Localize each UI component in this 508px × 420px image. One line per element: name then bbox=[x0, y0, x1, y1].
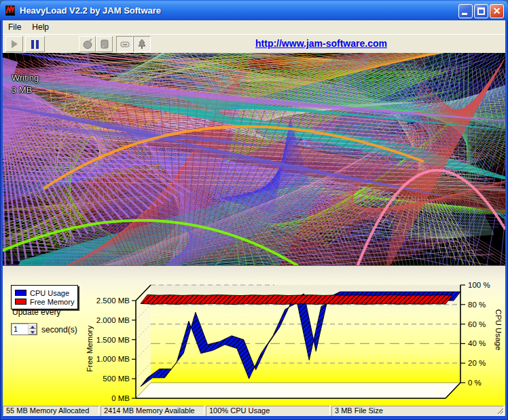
right-tick-label: 0 % bbox=[468, 379, 482, 387]
left-tick-label: 1.500 MB bbox=[96, 336, 130, 344]
left-tick-label: 500 MB bbox=[103, 375, 130, 383]
minimize-button[interactable] bbox=[458, 4, 473, 18]
maximize-icon bbox=[477, 7, 485, 15]
memory-allocation-icon bbox=[99, 39, 110, 50]
interval-unit-label: second(s) bbox=[41, 325, 77, 335]
status-memory-available: 2414 MB Memory Available bbox=[101, 406, 204, 416]
jam-software-link[interactable]: http://www.jam-software.com bbox=[255, 38, 387, 49]
pause-button[interactable] bbox=[25, 36, 45, 52]
cpu-usage-swatch bbox=[15, 290, 26, 296]
spin-down-icon[interactable] bbox=[29, 329, 37, 335]
update-interval-label: Update every bbox=[12, 307, 60, 317]
write-status-overlay: Writing 3 MB bbox=[12, 72, 39, 96]
chart-floor bbox=[136, 383, 460, 398]
write-file-button[interactable] bbox=[116, 36, 133, 52]
pause-icon bbox=[31, 40, 39, 49]
cpu-stress-icon bbox=[82, 39, 93, 50]
ribbon-hatch bbox=[141, 294, 452, 304]
right-tick-label: 60 % bbox=[468, 320, 486, 328]
chart-legend: CPU Usage Free Memory bbox=[11, 285, 78, 309]
minimize-icon bbox=[462, 13, 467, 15]
status-cpu-usage: 100% CPU Usage bbox=[206, 406, 330, 416]
right-tick-label: 100 % bbox=[468, 281, 490, 289]
memory-allocation-button[interactable] bbox=[96, 36, 113, 52]
left-axis-title: Free Memory bbox=[86, 326, 94, 373]
right-tick-label: 40 % bbox=[468, 339, 486, 347]
menu-file[interactable]: File bbox=[3, 21, 26, 33]
toolbar: http://www.jam-software.com bbox=[3, 34, 505, 53]
left-tick-label: 1.000 MB bbox=[96, 355, 130, 363]
status-file-size: 3 MB File Size bbox=[331, 406, 504, 416]
right-tick-label: 20 % bbox=[468, 359, 486, 367]
spin-up-icon[interactable] bbox=[29, 324, 37, 329]
treesize-animation-icon bbox=[137, 39, 147, 50]
left-tick-label: 0 MB bbox=[111, 394, 130, 402]
cpu-stress-button[interactable] bbox=[79, 36, 96, 52]
write-status-line2: 3 MB bbox=[12, 84, 39, 96]
start-button[interactable] bbox=[5, 36, 23, 52]
title-bar[interactable]: HeavyLoad V2.2 by JAM Software ✕ bbox=[0, 0, 508, 20]
right-tick-label: 80 % bbox=[468, 301, 486, 309]
left-tick-label: 2.000 MB bbox=[96, 316, 130, 324]
menu-help[interactable]: Help bbox=[26, 21, 54, 33]
menu-bar: File Help bbox=[3, 20, 505, 34]
status-memory-allocated: 55 MB Memory Allocated bbox=[3, 406, 99, 416]
write-status-line1: Writing bbox=[12, 72, 39, 84]
legend-label-cpu: CPU Usage bbox=[30, 289, 69, 297]
interval-value[interactable]: 1 bbox=[12, 324, 29, 335]
status-bar: 55 MB Memory Allocated 2414 MB Memory Av… bbox=[3, 406, 505, 416]
monitor-panel: 2.500 MB 2.000 MB 1.500 MB 1.000 MB 500 … bbox=[3, 267, 505, 406]
interval-spinbox[interactable]: 1 bbox=[11, 323, 37, 335]
stress-art-canvas bbox=[3, 53, 505, 265]
app-logo-icon bbox=[5, 5, 16, 16]
maximize-button[interactable] bbox=[474, 4, 488, 18]
legend-label-memory: Free Memory bbox=[30, 298, 74, 306]
write-file-icon bbox=[120, 39, 130, 50]
app-window: HeavyLoad V2.2 by JAM Software ✕ File He… bbox=[0, 0, 508, 420]
close-button[interactable]: ✕ bbox=[490, 4, 504, 18]
free-memory-swatch bbox=[15, 299, 26, 305]
right-axis-title: CPU Usage bbox=[494, 309, 503, 351]
left-tick-label: 2.500 MB bbox=[96, 297, 130, 305]
legend-item-memory: Free Memory bbox=[15, 297, 74, 306]
legend-item-cpu: CPU Usage bbox=[15, 288, 74, 297]
usage-chart: 2.500 MB 2.000 MB 1.500 MB 1.000 MB 500 … bbox=[3, 267, 505, 406]
treesize-animation-button[interactable] bbox=[133, 36, 151, 52]
play-icon bbox=[12, 40, 18, 48]
resize-grip-icon[interactable] bbox=[496, 407, 505, 415]
close-icon: ✕ bbox=[490, 5, 503, 18]
stress-visualization-area: Writing 3 MB bbox=[3, 53, 505, 265]
left-axis-labels: 2.500 MB 2.000 MB 1.500 MB 1.000 MB 500 … bbox=[96, 297, 130, 402]
right-axis-labels: 100 % 80 % 60 % 40 % 20 % 0 % bbox=[468, 281, 490, 387]
window-title: HeavyLoad V2.2 by JAM Software bbox=[20, 5, 161, 16]
